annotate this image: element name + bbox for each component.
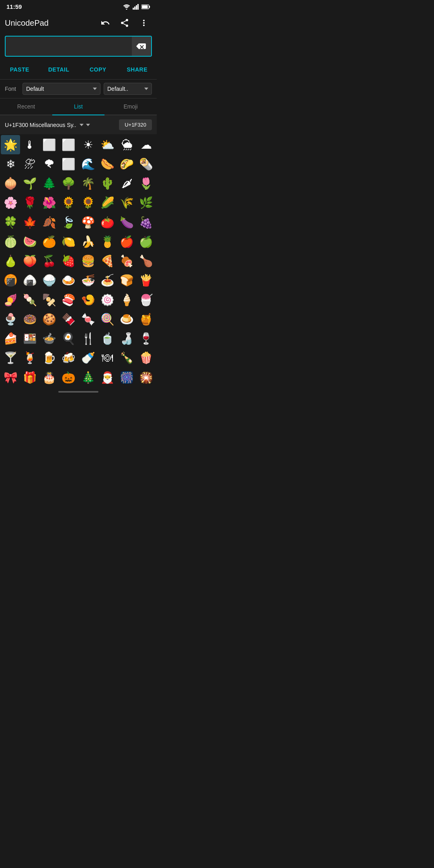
emoji-cell[interactable]: 🍭: [98, 309, 117, 329]
text-input[interactable]: [6, 37, 132, 56]
emoji-cell[interactable]: 🌺: [40, 193, 59, 213]
more-button[interactable]: [136, 15, 152, 31]
emoji-cell[interactable]: 🍐: [1, 252, 20, 271]
emoji-cell[interactable]: 🍓: [59, 252, 78, 271]
emoji-cell[interactable]: 🌮: [117, 154, 137, 174]
emoji-cell[interactable]: 🌻: [59, 193, 78, 213]
emoji-cell[interactable]: 🍸: [1, 348, 20, 368]
emoji-cell[interactable]: 🍿: [137, 348, 156, 368]
share-button[interactable]: [117, 15, 133, 31]
emoji-cell[interactable]: ⛅: [98, 135, 117, 154]
emoji-cell[interactable]: 🍽: [98, 348, 117, 368]
emoji-cell[interactable]: 🌷: [137, 174, 156, 193]
emoji-cell[interactable]: 🌹: [20, 193, 39, 213]
emoji-cell[interactable]: 🌴: [78, 174, 98, 193]
emoji-cell[interactable]: ❄: [1, 154, 20, 174]
emoji-cell[interactable]: 🎂: [40, 368, 59, 387]
emoji-cell[interactable]: 🌦: [117, 135, 137, 154]
emoji-cell[interactable]: 🌊: [78, 154, 98, 174]
share-action-button[interactable]: SHARE: [118, 60, 157, 79]
emoji-cell[interactable]: ⬜: [59, 154, 78, 174]
emoji-cell[interactable]: 🍙: [20, 271, 39, 290]
emoji-cell[interactable]: 🍴: [78, 329, 98, 348]
tab-recent[interactable]: Recent: [0, 98, 52, 115]
emoji-cell[interactable]: 🎆: [117, 368, 137, 387]
emoji-cell[interactable]: 🌸: [1, 193, 20, 213]
emoji-cell[interactable]: 🍬: [78, 309, 98, 329]
emoji-cell[interactable]: 🍄: [78, 213, 98, 232]
emoji-cell[interactable]: 🍼: [78, 348, 98, 368]
emoji-cell[interactable]: 🍂: [40, 213, 59, 232]
emoji-cell[interactable]: 🍵: [98, 329, 117, 348]
emoji-cell[interactable]: 🍩: [20, 309, 39, 329]
emoji-cell[interactable]: 🍢: [40, 290, 59, 309]
emoji-cell[interactable]: 🍠: [1, 290, 20, 309]
paste-button[interactable]: PASTE: [0, 60, 39, 79]
emoji-cell[interactable]: 🍏: [137, 232, 156, 251]
emoji-cell[interactable]: 🍻: [59, 348, 78, 368]
emoji-cell[interactable]: 🍃: [59, 213, 78, 232]
emoji-cell[interactable]: 🍹: [20, 348, 39, 368]
emoji-cell[interactable]: ⬜: [40, 135, 59, 154]
emoji-cell[interactable]: 🍡: [20, 290, 39, 309]
emoji-cell[interactable]: 🍑: [20, 252, 39, 271]
emoji-cell[interactable]: 🍅: [98, 213, 117, 232]
emoji-cell[interactable]: 🌳: [59, 174, 78, 193]
emoji-cell[interactable]: 🌻: [78, 193, 98, 213]
emoji-cell[interactable]: 🍦: [117, 290, 137, 309]
emoji-cell[interactable]: 🍔: [78, 252, 98, 271]
emoji-cell[interactable]: 🍊: [40, 232, 59, 251]
emoji-cell[interactable]: 🍤: [78, 290, 98, 309]
emoji-cell[interactable]: 🍳: [59, 329, 78, 348]
emoji-cell[interactable]: 🌽: [98, 193, 117, 213]
emoji-cell[interactable]: 🌶: [117, 174, 137, 193]
emoji-cell[interactable]: 🌲: [40, 174, 59, 193]
emoji-cell[interactable]: 🎄: [78, 368, 98, 387]
emoji-cell[interactable]: 🍀: [1, 213, 20, 232]
backspace-button[interactable]: [132, 37, 151, 56]
emoji-cell[interactable]: 🌱: [20, 174, 39, 193]
emoji-cell[interactable]: 🍞: [117, 271, 137, 290]
emoji-cell[interactable]: ⬜: [59, 135, 78, 154]
emoji-cell[interactable]: 🍟: [137, 271, 156, 290]
emoji-cell[interactable]: 🍋: [59, 232, 78, 251]
emoji-cell[interactable]: ☁: [137, 135, 156, 154]
emoji-cell[interactable]: 🌿: [137, 193, 156, 213]
emoji-cell[interactable]: 🍰: [1, 329, 20, 348]
emoji-cell[interactable]: 🍚: [40, 271, 59, 290]
emoji-cell[interactable]: 🍉: [20, 232, 39, 251]
emoji-cell[interactable]: 🍥: [98, 290, 117, 309]
detail-button[interactable]: DETAIL: [39, 60, 79, 79]
emoji-cell[interactable]: 🍕: [98, 252, 117, 271]
emoji-cell[interactable]: 🌟: [1, 135, 20, 154]
emoji-cell[interactable]: 🍒: [40, 252, 59, 271]
emoji-cell[interactable]: 🍍: [98, 232, 117, 251]
emoji-cell[interactable]: ☀: [78, 135, 98, 154]
undo-button[interactable]: [97, 15, 113, 31]
emoji-cell[interactable]: 🍝: [98, 271, 117, 290]
emoji-cell[interactable]: 🎀: [1, 368, 20, 387]
emoji-cell[interactable]: 🍈: [1, 232, 20, 251]
emoji-cell[interactable]: 🎁: [20, 368, 39, 387]
emoji-cell[interactable]: 🧅: [1, 174, 20, 193]
emoji-cell[interactable]: 🍪: [40, 309, 59, 329]
tab-list[interactable]: List: [52, 98, 104, 115]
copy-button[interactable]: COPY: [78, 60, 118, 79]
emoji-cell[interactable]: 🎅: [98, 368, 117, 387]
emoji-cell[interactable]: 🎇: [137, 368, 156, 387]
emoji-cell[interactable]: 🍌: [78, 232, 98, 251]
emoji-cell[interactable]: 🍷: [137, 329, 156, 348]
emoji-cell[interactable]: 🍱: [20, 329, 39, 348]
emoji-cell[interactable]: 🌵: [98, 174, 117, 193]
emoji-cell[interactable]: 🍯: [137, 309, 156, 329]
emoji-cell[interactable]: ⛈: [20, 154, 39, 174]
emoji-cell[interactable]: 🍲: [40, 329, 59, 348]
emoji-cell[interactable]: 🍖: [117, 252, 137, 271]
emoji-cell[interactable]: 🍎: [117, 232, 137, 251]
emoji-cell[interactable]: 🍺: [40, 348, 59, 368]
emoji-cell[interactable]: 🍮: [117, 309, 137, 329]
emoji-cell[interactable]: 🍘: [1, 271, 20, 290]
emoji-cell[interactable]: 🍾: [117, 348, 137, 368]
emoji-cell[interactable]: 🍣: [59, 290, 78, 309]
emoji-cell[interactable]: 🍫: [59, 309, 78, 329]
